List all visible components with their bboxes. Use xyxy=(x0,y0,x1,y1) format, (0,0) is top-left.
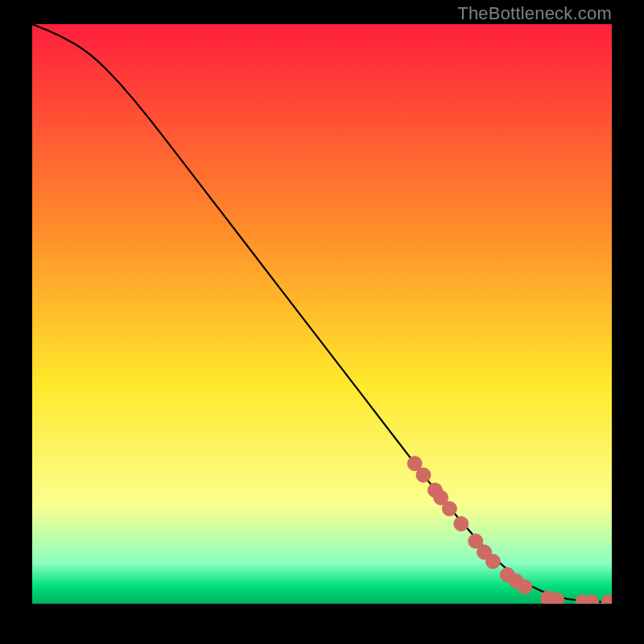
data-marker xyxy=(485,554,500,568)
plot-area xyxy=(32,24,612,604)
data-marker xyxy=(442,502,456,516)
watermark-text: TheBottleneck.com xyxy=(457,3,612,24)
data-marker xyxy=(416,468,431,482)
data-marker xyxy=(518,580,532,594)
chart-svg xyxy=(32,24,612,604)
data-marker xyxy=(550,592,564,604)
data-marker xyxy=(454,517,469,531)
chart-frame: TheBottleneck.com xyxy=(0,0,644,644)
gradient-background xyxy=(32,24,612,604)
